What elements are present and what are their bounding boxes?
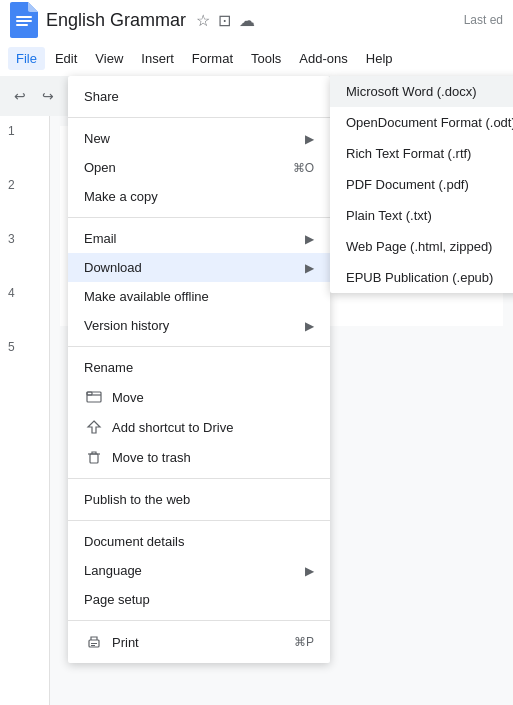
title-bar: English Grammar ☆ ⊡ ☁ Last ed — [0, 0, 513, 40]
print-label: Print — [112, 635, 294, 650]
ruler-4: 4 — [8, 286, 41, 300]
page-setup-label: Page setup — [84, 592, 314, 607]
file-menu-section-new: New ▶ Open ⌘O Make a copy — [68, 118, 330, 218]
file-menu-email[interactable]: Email ▶ — [68, 224, 330, 253]
download-submenu: Microsoft Word (.docx) OpenDocument Form… — [330, 76, 513, 293]
offline-label: Make available offline — [84, 289, 314, 304]
shortcut-icon — [84, 419, 104, 435]
doc-icon — [10, 2, 38, 38]
menu-file[interactable]: File — [8, 47, 45, 70]
file-menu-version-history[interactable]: Version history ▶ — [68, 311, 330, 340]
trash-icon — [84, 449, 104, 465]
menu-tools[interactable]: Tools — [243, 47, 289, 70]
email-arrow: ▶ — [305, 232, 314, 246]
details-label: Document details — [84, 534, 314, 549]
odt-label: OpenDocument Format (.odt) — [346, 115, 513, 130]
version-arrow: ▶ — [305, 319, 314, 333]
epub-label: EPUB Publication (.epub) — [346, 270, 493, 285]
ruler-5: 5 — [8, 340, 41, 354]
ruler-3: 3 — [8, 232, 41, 246]
submenu-epub[interactable]: EPUB Publication (.epub) — [330, 262, 513, 293]
submenu-odt[interactable]: OpenDocument Format (.odt) — [330, 107, 513, 138]
language-arrow: ▶ — [305, 564, 314, 578]
cloud-icon[interactable]: ☁ — [239, 11, 255, 30]
star-icon[interactable]: ☆ — [196, 11, 210, 30]
file-menu-language[interactable]: Language ▶ — [68, 556, 330, 585]
publish-label: Publish to the web — [84, 492, 314, 507]
new-arrow: ▶ — [305, 132, 314, 146]
share-label: Share — [84, 89, 314, 104]
submenu-html[interactable]: Web Page (.html, zipped) — [330, 231, 513, 262]
html-label: Web Page (.html, zipped) — [346, 239, 492, 254]
undo-button[interactable]: ↩ — [8, 84, 32, 108]
ruler-1: 1 — [8, 124, 41, 138]
rename-label: Rename — [84, 360, 314, 375]
print-icon — [84, 634, 104, 650]
file-menu-offline[interactable]: Make available offline — [68, 282, 330, 311]
file-menu-publish[interactable]: Publish to the web — [68, 485, 330, 514]
file-menu-section-share: Share — [68, 76, 330, 118]
download-label: Download — [84, 260, 305, 275]
last-edited: Last ed — [464, 13, 503, 27]
menu-help[interactable]: Help — [358, 47, 401, 70]
open-shortcut: ⌘O — [293, 161, 314, 175]
file-menu-section-details: Document details Language ▶ Page setup — [68, 521, 330, 621]
file-menu-download[interactable]: Download ▶ — [68, 253, 330, 282]
menu-format[interactable]: Format — [184, 47, 241, 70]
open-label: Open — [84, 160, 293, 175]
move-icon — [84, 389, 104, 405]
file-menu-move[interactable]: Move — [68, 382, 330, 412]
file-menu-new[interactable]: New ▶ — [68, 124, 330, 153]
txt-label: Plain Text (.txt) — [346, 208, 432, 223]
rtf-label: Rich Text Format (.rtf) — [346, 146, 471, 161]
menu-bar: File Edit View Insert Format Tools Add-o… — [0, 40, 513, 76]
svg-rect-9 — [91, 645, 95, 646]
file-menu-details[interactable]: Document details — [68, 527, 330, 556]
file-menu-open[interactable]: Open ⌘O — [68, 153, 330, 182]
menu-edit[interactable]: Edit — [47, 47, 85, 70]
file-menu-section-print: Print ⌘P — [68, 621, 330, 663]
language-label: Language — [84, 563, 305, 578]
file-menu-make-copy[interactable]: Make a copy — [68, 182, 330, 211]
ruler-2: 2 — [8, 178, 41, 192]
pdf-label: PDF Document (.pdf) — [346, 177, 469, 192]
version-history-label: Version history — [84, 318, 305, 333]
file-menu: Share New ▶ Open ⌘O Make a copy Email ▶ — [68, 76, 330, 663]
submenu-txt[interactable]: Plain Text (.txt) — [330, 200, 513, 231]
file-menu-rename[interactable]: Rename — [68, 353, 330, 382]
submenu-pdf[interactable]: PDF Document (.pdf) — [330, 169, 513, 200]
menu-view[interactable]: View — [87, 47, 131, 70]
file-menu-share[interactable]: Share — [68, 82, 330, 111]
file-menu-trash[interactable]: Move to trash — [68, 442, 330, 472]
print-shortcut: ⌘P — [294, 635, 314, 649]
submenu-rtf[interactable]: Rich Text Format (.rtf) — [330, 138, 513, 169]
left-panel: 1 2 3 4 5 — [0, 116, 50, 705]
make-copy-label: Make a copy — [84, 189, 314, 204]
menu-insert[interactable]: Insert — [133, 47, 182, 70]
file-menu-section-move: Rename Move Add shortcut to Drive Move t… — [68, 347, 330, 479]
file-menu-section-download: Email ▶ Download ▶ Make available offlin… — [68, 218, 330, 347]
svg-rect-8 — [91, 643, 97, 644]
redo-button[interactable]: ↪ — [36, 84, 60, 108]
shortcut-label: Add shortcut to Drive — [112, 420, 314, 435]
svg-rect-0 — [16, 16, 32, 18]
svg-marker-5 — [88, 421, 100, 433]
file-menu-section-publish: Publish to the web — [68, 479, 330, 521]
trash-label: Move to trash — [112, 450, 314, 465]
file-menu-print[interactable]: Print ⌘P — [68, 627, 330, 657]
move-label: Move — [112, 390, 314, 405]
email-label: Email — [84, 231, 305, 246]
file-menu-page-setup[interactable]: Page setup — [68, 585, 330, 614]
download-arrow: ▶ — [305, 261, 314, 275]
svg-rect-6 — [90, 454, 98, 463]
svg-rect-2 — [16, 24, 28, 26]
file-menu-shortcut[interactable]: Add shortcut to Drive — [68, 412, 330, 442]
new-label: New — [84, 131, 305, 146]
svg-rect-1 — [16, 20, 32, 22]
menu-addons[interactable]: Add-ons — [291, 47, 355, 70]
svg-rect-4 — [87, 392, 92, 395]
folder-icon[interactable]: ⊡ — [218, 11, 231, 30]
title-icons: ☆ ⊡ ☁ — [196, 11, 255, 30]
submenu-docx[interactable]: Microsoft Word (.docx) — [330, 76, 513, 107]
docx-label: Microsoft Word (.docx) — [346, 84, 477, 99]
